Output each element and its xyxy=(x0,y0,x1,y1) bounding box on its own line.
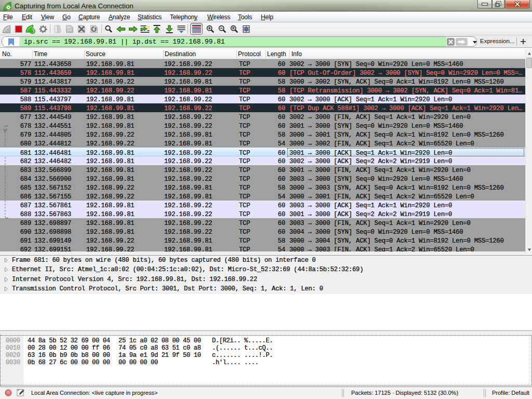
svg-text:010: 010 xyxy=(68,30,72,32)
